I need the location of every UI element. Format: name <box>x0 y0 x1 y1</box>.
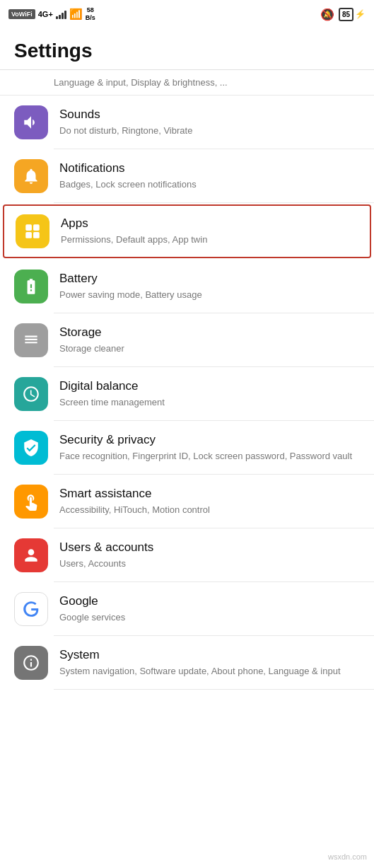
sounds-title: Sounds <box>59 107 360 122</box>
speed-indicator: 58 B/s <box>86 6 95 22</box>
sounds-icon <box>14 105 48 139</box>
users-accounts-text: Users & accountsUsers, Accounts <box>59 540 360 570</box>
battery-box: 85 <box>339 8 353 21</box>
apps-title: Apps <box>61 216 358 231</box>
apps-subtitle: Permissions, Default apps, App twin <box>61 233 358 246</box>
google-icon <box>14 592 48 626</box>
smart-assistance-title: Smart assistance <box>59 486 360 502</box>
google-text: GoogleGoogle services <box>59 594 360 624</box>
status-bar: VoWiFi 4G+ 📶 58 B/s 🔕 85 ⚡ <box>0 0 374 28</box>
signal-type: 4G+ <box>38 10 53 18</box>
notifications-title: Notifications <box>59 161 360 176</box>
speed-unit: B/s <box>86 14 95 22</box>
notifications-text: NotificationsBadges, Lock screen notific… <box>59 161 360 191</box>
security-privacy-icon <box>14 431 48 465</box>
svg-rect-2 <box>25 232 32 238</box>
settings-item-security-privacy[interactable]: Security & privacyFace recognition, Fing… <box>0 421 374 475</box>
users-accounts-subtitle: Users, Accounts <box>59 557 360 570</box>
smart-assistance-text: Smart assistanceAccessibility, HiTouch, … <box>59 486 360 516</box>
battery-text: BatteryPower saving mode, Battery usage <box>59 271 360 301</box>
digital-balance-icon <box>14 377 48 411</box>
status-left: VoWiFi 4G+ 📶 58 B/s <box>8 6 95 22</box>
settings-item-battery[interactable]: BatteryPower saving mode, Battery usage <box>0 260 374 313</box>
svg-rect-1 <box>33 224 40 231</box>
page-title: Settings <box>0 28 374 69</box>
settings-item-users-accounts[interactable]: Users & accountsUsers, Accounts <box>0 528 374 582</box>
status-right: 🔕 85 ⚡ <box>320 8 366 21</box>
bar2 <box>59 15 61 19</box>
notifications-icon <box>14 159 48 193</box>
bar1 <box>56 16 58 19</box>
sounds-subtitle: Do not disturb, Ringtone, Vibrate <box>59 125 360 137</box>
google-subtitle: Google services <box>59 611 360 624</box>
settings-item-sounds[interactable]: SoundsDo not disturb, Ringtone, Vibrate <box>0 96 374 149</box>
watermark: wsxdn.com <box>328 852 367 861</box>
apps-icon <box>16 214 49 248</box>
digital-balance-subtitle: Screen time management <box>59 396 360 409</box>
digital-balance-title: Digital balance <box>59 378 360 394</box>
battery-title: Battery <box>59 271 360 287</box>
security-privacy-title: Security & privacy <box>59 432 360 448</box>
wifi-icon: 📶 <box>69 8 83 21</box>
settings-item-storage[interactable]: StorageStorage cleaner <box>0 313 374 367</box>
svg-rect-3 <box>33 232 40 238</box>
settings-item-digital-balance[interactable]: Digital balanceScreen time management <box>0 367 374 421</box>
apps-text: AppsPermissions, Default apps, App twin <box>61 216 358 246</box>
digital-balance-text: Digital balanceScreen time management <box>59 378 360 409</box>
settings-item-apps[interactable]: AppsPermissions, Default apps, App twin <box>3 204 371 258</box>
users-accounts-icon <box>14 538 48 572</box>
battery-percent: 85 <box>342 11 350 18</box>
previous-item-text: Language & input, Display & brightness, … <box>54 77 360 88</box>
storage-subtitle: Storage cleaner <box>59 342 360 355</box>
previous-item-hint: Language & input, Display & brightness, … <box>0 70 374 96</box>
system-text: SystemSystem navigation, Software update… <box>59 647 360 678</box>
system-subtitle: System navigation, Software update, Abou… <box>59 665 360 678</box>
bar3 <box>62 13 64 19</box>
smart-assistance-icon <box>14 485 48 519</box>
sounds-text: SoundsDo not disturb, Ringtone, Vibrate <box>59 107 360 137</box>
battery-icon <box>14 270 48 303</box>
vowifi-badge: VoWiFi <box>8 9 35 19</box>
battery-indicator: 85 ⚡ <box>339 8 366 21</box>
settings-item-notifications[interactable]: NotificationsBadges, Lock screen notific… <box>0 149 374 203</box>
signal-bars <box>56 9 66 19</box>
system-icon <box>14 646 48 680</box>
speed-value: 58 <box>86 6 95 14</box>
settings-list: SoundsDo not disturb, Ringtone, VibrateN… <box>0 96 374 690</box>
security-privacy-subtitle: Face recognition, Fingerprint ID, Lock s… <box>59 450 360 463</box>
storage-text: StorageStorage cleaner <box>59 325 360 355</box>
bell-slash-icon: 🔕 <box>320 8 334 21</box>
smart-assistance-subtitle: Accessibility, HiTouch, Motion control <box>59 504 360 516</box>
bar4 <box>64 11 66 19</box>
users-accounts-title: Users & accounts <box>59 540 360 555</box>
storage-title: Storage <box>59 325 360 340</box>
charging-icon: ⚡ <box>355 9 366 19</box>
storage-icon <box>14 323 48 357</box>
settings-item-system[interactable]: SystemSystem navigation, Software update… <box>0 636 374 690</box>
google-title: Google <box>59 594 360 609</box>
settings-item-google[interactable]: GoogleGoogle services <box>0 582 374 636</box>
svg-rect-0 <box>25 224 32 231</box>
notifications-subtitle: Badges, Lock screen notifications <box>59 178 360 191</box>
settings-item-smart-assistance[interactable]: Smart assistanceAccessibility, HiTouch, … <box>0 475 374 528</box>
battery-subtitle: Power saving mode, Battery usage <box>59 289 360 301</box>
system-title: System <box>59 647 360 663</box>
security-privacy-text: Security & privacyFace recognition, Fing… <box>59 432 360 463</box>
